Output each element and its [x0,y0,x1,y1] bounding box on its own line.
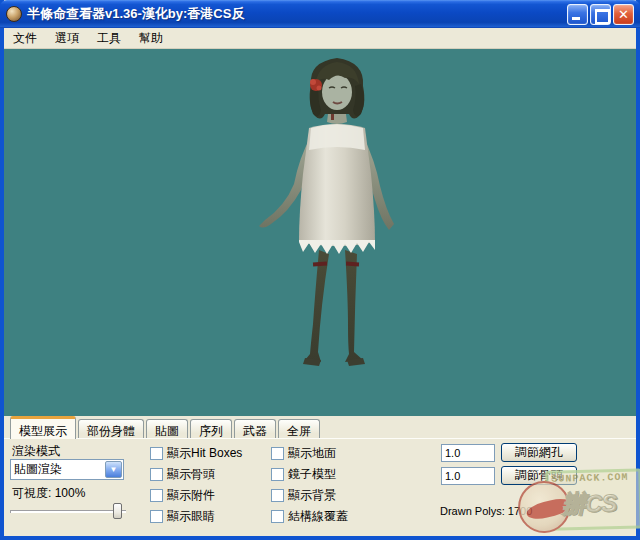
checkbox-mirror-model[interactable]: 鏡子模型 [271,467,336,481]
render-mode-select[interactable]: 貼圖渲染 ▼ [10,459,124,480]
close-button[interactable] [613,4,634,25]
menu-help[interactable]: 幫助 [130,28,172,49]
model-viewport[interactable] [4,49,636,416]
checkbox-show-background[interactable]: 顯示背景 [271,488,336,502]
bone-scale-input[interactable] [441,467,495,485]
minimize-button[interactable] [567,4,588,25]
checkbox-icon[interactable] [271,468,284,481]
render-mode-label: 渲染模式 [12,443,60,460]
checkbox-wireframe-overlay[interactable]: 結構線覆蓋 [271,509,348,523]
menu-options[interactable]: 選項 [46,28,88,49]
menu-bar: 文件 選項 工具 幫助 [4,28,636,49]
checkbox-icon[interactable] [271,447,284,460]
tab-strip: 模型展示 部份身體 貼圖 序列 武器 全屏 [4,416,636,439]
checkbox-icon[interactable] [150,468,163,481]
checkbox-show-ground[interactable]: 顯示地面 [271,446,336,460]
checkbox-icon[interactable] [271,489,284,502]
checkbox-show-eyes[interactable]: 顯示眼睛 [150,509,215,523]
app-icon [6,6,22,22]
opacity-label: 可視度: 100% [12,485,85,502]
tab-textures[interactable]: 貼圖 [146,419,188,439]
maximize-button[interactable] [590,4,611,25]
tab-sequences[interactable]: 序列 [190,419,232,439]
mesh-scale-input[interactable] [441,444,495,462]
drawn-polys-status: Drawn Polys: 1700 [440,505,532,517]
checkbox-icon[interactable] [271,510,284,523]
window-title: 半條命查看器v1.36-漢化by:香港CS反 [27,5,244,23]
adjust-bones-button[interactable]: 調節骨頭 [501,466,577,485]
tab-model-display[interactable]: 模型展示 [10,416,76,439]
checkbox-icon[interactable] [150,447,163,460]
menu-tools[interactable]: 工具 [88,28,130,49]
title-bar[interactable]: 半條命查看器v1.36-漢化by:香港CS反 [0,0,640,28]
tab-weapons[interactable]: 武器 [234,419,276,439]
checkbox-icon[interactable] [150,489,163,502]
checkbox-show-hitboxes[interactable]: 顯示Hit Boxes [150,446,242,460]
chevron-down-icon[interactable]: ▼ [105,461,122,478]
checkbox-show-attachments[interactable]: 顯示附件 [150,488,215,502]
app-window: 半條命查看器v1.36-漢化by:香港CS反 文件 選項 工具 幫助 [0,0,640,540]
checkbox-show-bones[interactable]: 顯示骨頭 [150,467,215,481]
zombie-girl-model [249,54,399,378]
adjust-mesh-button[interactable]: 調節網孔 [501,443,577,462]
slider-track [10,510,126,513]
tab-fullscreen[interactable]: 全屏 [278,419,320,439]
render-mode-value: 貼圖渲染 [11,461,104,478]
tab-body-parts[interactable]: 部份身體 [78,419,144,439]
opacity-slider[interactable] [10,503,126,519]
slider-thumb[interactable] [113,503,122,519]
checkbox-icon[interactable] [150,510,163,523]
model-display-panel: 渲染模式 貼圖渲染 ▼ 可視度: 100% 顯示Hit Boxes 顯示骨頭 顯… [4,438,636,532]
menu-file[interactable]: 文件 [4,28,46,49]
